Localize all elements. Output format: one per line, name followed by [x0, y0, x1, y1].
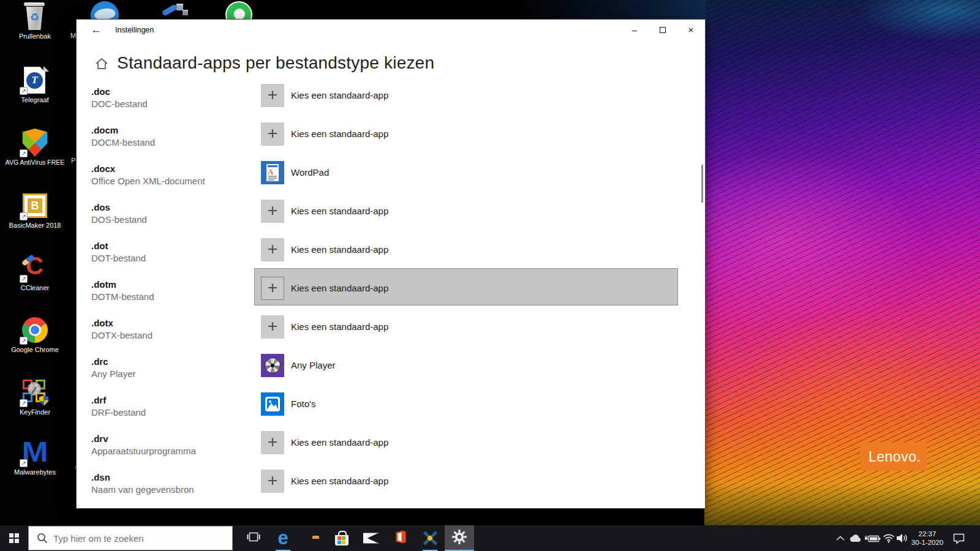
file-description: DOC-bestand	[91, 99, 148, 109]
wifi-icon[interactable]	[882, 525, 895, 551]
filetype-row-doc: .doc DOC-bestand + Kies een standaard-ap…	[77, 83, 705, 121]
app-label: Kies een standaard-app	[291, 84, 388, 107]
file-description: Apparaatstuurprogramma	[91, 446, 196, 456]
choose-default-app-button[interactable]: +	[261, 238, 284, 261]
office-button[interactable]	[386, 525, 415, 551]
volume-icon[interactable]	[895, 525, 909, 551]
wallpaper-top-sliver	[514, 0, 706, 19]
settings-taskbar-button[interactable]	[445, 525, 474, 551]
x-app-button[interactable]	[415, 525, 445, 551]
file-extension: .dsn	[91, 472, 110, 482]
file-description: DOS-bestand	[91, 214, 147, 225]
partial-icon-label: M	[70, 32, 76, 39]
wordpad-app-button[interactable]: A	[261, 161, 284, 184]
file-description: DOTX-bestand	[91, 330, 153, 340]
recycle-glyph: ♻	[30, 12, 39, 23]
desktop-icon-label: Telegraaf	[1, 96, 69, 103]
shortcut-arrow-icon: ↗	[20, 459, 28, 467]
anyplayer-icon	[265, 358, 281, 373]
desktop-icon-label: BasicMaker 2018	[1, 222, 69, 229]
app-label: Kies een standaard-app	[291, 315, 388, 339]
battery-charging-icon[interactable]	[864, 525, 881, 551]
back-button[interactable]: ←	[83, 20, 110, 42]
search-icon	[37, 533, 48, 546]
thunderbird-icon-partial[interactable]	[91, 1, 119, 19]
taskbar-search[interactable]	[28, 526, 233, 550]
shortcut-arrow-icon: ↗	[20, 275, 28, 283]
fotos-icon	[265, 397, 280, 411]
hidden-icons-chevron[interactable]	[834, 525, 846, 551]
desktop-icon-basicmaker[interactable]: B ↗ BasicMaker 2018	[1, 192, 69, 229]
recycle-bin-icon: ♻	[21, 2, 49, 31]
desktop-icon-keyfinder[interactable]: ↗ KeyFinder	[1, 378, 69, 416]
file-extension: .docm	[91, 125, 118, 135]
file-extension: .drv	[91, 433, 108, 444]
file-extension: .doc	[91, 86, 110, 97]
clock-date: 30-1-2020	[908, 538, 946, 547]
filetype-row-docx: .docx Office Open XML-document A WordPad	[77, 160, 705, 198]
edge-taskbar-button[interactable]: e	[268, 525, 298, 551]
plus-icon: +	[268, 317, 277, 335]
microsoft-store-button[interactable]	[327, 525, 356, 551]
choose-default-app-button[interactable]: +	[261, 431, 284, 454]
plus-icon: +	[268, 471, 277, 490]
wallpaper-shadow	[704, 484, 980, 525]
fotos-app-button[interactable]	[261, 392, 284, 416]
scrollbar-thumb[interactable]	[701, 165, 703, 203]
choose-default-app-button[interactable]: +	[261, 122, 284, 146]
onedrive-cloud-icon[interactable]	[848, 525, 864, 551]
keyfinder-icon: ↗	[21, 378, 49, 407]
choose-default-app-button[interactable]: +	[261, 84, 284, 107]
avg-shield-icon: ↗	[21, 129, 49, 157]
app-label: Kies een standaard-app	[291, 238, 388, 261]
filetype-row-dotx: .dotx DOTX-bestand + Kies een standaard-…	[77, 314, 705, 353]
whatsapp-icon-partial[interactable]	[225, 1, 254, 19]
choose-default-app-button[interactable]: +	[261, 470, 284, 493]
app-label: Kies een standaard-app	[291, 277, 388, 300]
desktop-icon-label: Google Chrome	[1, 346, 69, 353]
choose-default-app-button[interactable]: +	[261, 277, 284, 300]
desktop-icon-malwarebytes[interactable]: M ↗ Malwarebytes	[1, 438, 69, 476]
file-explorer-button[interactable]	[298, 525, 327, 551]
desktop-icon-avg[interactable]: ↗ AVG AntiVirus FREE	[1, 129, 69, 166]
start-button[interactable]	[0, 525, 28, 551]
taskbar-clock[interactable]: 22:37 30-1-2020	[908, 530, 946, 547]
task-view-icon	[247, 531, 260, 545]
desktop-icon-chrome[interactable]: ↗ Google Chrome	[1, 316, 69, 353]
desktop-screen: Lenovo. ♻ Prullenbak T ↗ Telegraaf ↗ AVG…	[0, 0, 980, 551]
window-title: Instellingen	[115, 26, 154, 34]
desktop-icon-label: Malwarebytes	[1, 468, 69, 476]
maximize-icon	[660, 27, 666, 33]
file-extension: .drf	[91, 395, 106, 405]
clock-time: 22:37	[908, 530, 946, 538]
desktop-icon-prullenbak[interactable]: ♻ Prullenbak	[1, 2, 69, 40]
filetype-row-drv: .drv Apparaatstuurprogramma + Kies een s…	[77, 430, 705, 468]
page-title: Standaard-apps per bestandstype kiezen	[117, 53, 434, 73]
choose-default-app-button[interactable]: +	[261, 315, 284, 339]
choose-default-app-button[interactable]: +	[261, 200, 284, 223]
file-extension: .dot	[91, 241, 108, 251]
ccleaner-icon: C ↗	[21, 254, 49, 282]
anyplayer-app-button[interactable]	[261, 354, 284, 377]
minimize-button[interactable]: –	[620, 20, 649, 42]
maximize-button[interactable]	[649, 20, 677, 42]
desktop-icon-telegraaf[interactable]: T ↗ Telegraaf	[1, 66, 69, 103]
telegraaf-icon: T ↗	[21, 66, 49, 94]
wordpad-icon: A	[266, 164, 279, 181]
close-button[interactable]: ×	[677, 20, 705, 42]
desktop-icon-ccleaner[interactable]: C ↗ CCleaner	[1, 254, 69, 291]
app-label: Kies een standaard-app	[291, 200, 388, 223]
windows-logo-icon	[9, 533, 19, 543]
file-extension: .dotm	[91, 279, 116, 290]
search-input[interactable]	[53, 527, 225, 550]
tools-icon-partial[interactable]	[160, 2, 189, 19]
plus-icon: +	[268, 278, 277, 297]
plus-icon: +	[268, 239, 277, 258]
filetype-row-docm: .docm DOCM-bestand + Kies een standaard-…	[77, 121, 705, 160]
taskbar: e	[0, 525, 980, 551]
task-view-button[interactable]	[239, 525, 268, 551]
mail-button[interactable]	[356, 525, 386, 551]
desktop-icon-label: AVG AntiVirus FREE	[1, 159, 69, 166]
action-center-icon[interactable]	[951, 525, 967, 551]
file-extension: .dotx	[91, 318, 113, 328]
